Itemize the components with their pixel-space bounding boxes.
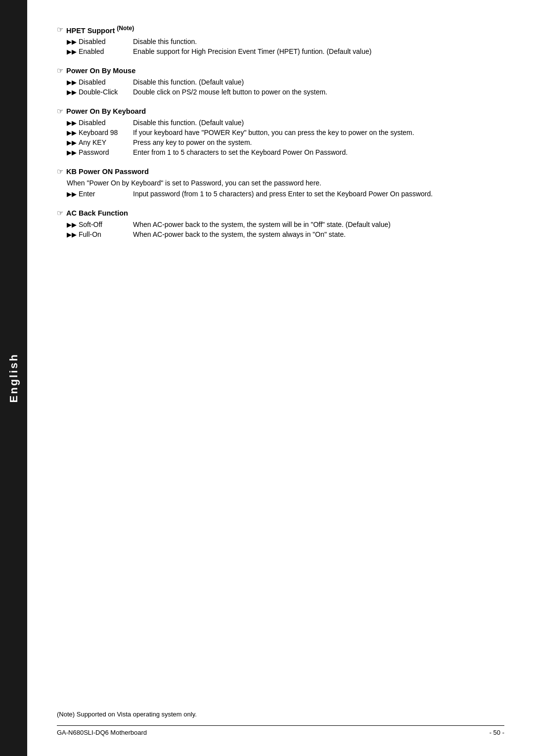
- item-label: Keyboard 98: [79, 129, 133, 136]
- footer-note: (Note) Supported on Vista operating syst…: [57, 711, 504, 718]
- item-desc: Disable this function. (Default value): [133, 119, 504, 127]
- cursor-icon-kb-password: ☞: [57, 167, 63, 176]
- item-desc: If your keyboard have "POWER Key" button…: [133, 129, 414, 136]
- item-label: Any KEY: [79, 138, 133, 146]
- list-item: ▶▶ Disabled Disable this function. (Defa…: [67, 78, 504, 86]
- item-desc-wrap: Input password (from 1 to 5 characters) …: [133, 190, 504, 198]
- footer-line: GA-N680SLI-DQ6 Motherboard - 50 -: [57, 725, 504, 736]
- list-item: ▶▶ Password Enter from 1 to 5 characters…: [67, 148, 504, 156]
- item-desc: Disable this function.: [133, 38, 504, 45]
- item-desc: When AC-power back to the system, the sy…: [133, 221, 391, 228]
- cursor-icon-ac-back: ☞: [57, 209, 63, 218]
- section-power-on-keyboard: ☞ Power On By Keyboard ▶▶ Disabled Disab…: [57, 107, 504, 158]
- item-desc: Enable support for High Precision Event …: [133, 47, 504, 55]
- item-label: Enter: [79, 190, 133, 198]
- footer-model: GA-N680SLI-DQ6 Motherboard: [57, 729, 147, 736]
- section-title-hpet: ☞ HPET Support (Note): [57, 25, 504, 35]
- arrow-icon: ▶▶: [67, 79, 77, 86]
- power-keyboard-title-text: Power On By Keyboard: [66, 107, 146, 115]
- sidebar: English: [0, 0, 27, 756]
- arrow-icon: ▶▶: [67, 129, 77, 136]
- power-keyboard-items-list: ▶▶ Disabled Disable this function. (Defa…: [57, 119, 504, 156]
- list-item: ▶▶ Disabled Disable this function.: [67, 38, 504, 45]
- item-desc: Enter from 1 to 5 characters to set the …: [133, 148, 504, 156]
- arrow-icon: ▶▶: [67, 190, 77, 198]
- section-ac-back-function: ☞ AC Back Function ▶▶ Soft-Off When AC-p…: [57, 209, 504, 240]
- kb-password-title-text: KB Power ON Password: [66, 168, 149, 176]
- list-item: ▶▶ Double-Click Double click on PS/2 mou…: [67, 88, 504, 96]
- item-label: Double-Click: [79, 88, 133, 96]
- arrow-icon: ▶▶: [67, 149, 77, 156]
- item-label: Disabled: [79, 78, 133, 86]
- cursor-icon-keyboard: ☞: [57, 107, 63, 116]
- arrow-icon: ▶▶: [67, 89, 77, 96]
- section-title-power-mouse: ☞ Power On By Mouse: [57, 66, 504, 75]
- ac-back-title-text: AC Back Function: [66, 209, 128, 217]
- item-label: Soft-Off: [79, 221, 133, 228]
- power-mouse-items-list: ▶▶ Disabled Disable this function. (Defa…: [57, 78, 504, 96]
- main-content: ☞ HPET Support (Note) ▶▶ Disabled Disabl…: [27, 0, 534, 756]
- footer-area: (Note) Supported on Vista operating syst…: [57, 701, 504, 736]
- list-item: ▶▶ Enabled Enable support for High Preci…: [67, 47, 504, 55]
- list-item: ▶▶ Enter Input password (from 1 to 5 cha…: [67, 190, 504, 198]
- kb-password-items-list: ▶▶ Enter Input password (from 1 to 5 cha…: [57, 190, 504, 198]
- hpet-superscript: (Note): [117, 25, 134, 32]
- ac-back-items-list: ▶▶ Soft-Off When AC-power back to the sy…: [57, 221, 504, 238]
- section-title-power-keyboard: ☞ Power On By Keyboard: [57, 107, 504, 116]
- hpet-items-list: ▶▶ Disabled Disable this function. ▶▶ En…: [57, 38, 504, 55]
- arrow-icon: ▶▶: [67, 139, 77, 146]
- list-item: ▶▶ Disabled Disable this function. (Defa…: [67, 119, 504, 127]
- section-title-kb-password: ☞ KB Power ON Password: [57, 167, 504, 176]
- arrow-icon: ▶▶: [67, 221, 77, 228]
- item-label: Password: [79, 148, 133, 156]
- item-label: Disabled: [79, 119, 133, 127]
- item-label: Enabled: [79, 47, 133, 55]
- footer-page: - 50 -: [490, 729, 504, 736]
- list-item: ▶▶ Soft-Off When AC-power back to the sy…: [67, 221, 504, 228]
- power-mouse-title-text: Power On By Mouse: [66, 67, 135, 75]
- item-desc-wrap: If your keyboard have "POWER Key" button…: [133, 129, 504, 136]
- arrow-icon: ▶▶: [67, 231, 77, 238]
- section-title-ac-back: ☞ AC Back Function: [57, 209, 504, 218]
- item-desc: Press any key to power on the system.: [133, 138, 504, 146]
- cursor-icon-mouse: ☞: [57, 66, 63, 75]
- section-kb-power-on-password: ☞ KB Power ON Password When "Power On by…: [57, 167, 504, 200]
- list-item: ▶▶ Full-On When AC-power back to the sys…: [67, 230, 504, 238]
- sidebar-label: English: [7, 353, 20, 402]
- item-desc: Double click on PS/2 mouse left button t…: [133, 88, 504, 96]
- hpet-title-text: HPET Support (Note): [66, 25, 134, 35]
- item-desc: When AC-power back to the system, the sy…: [133, 230, 504, 238]
- arrow-icon: ▶▶: [67, 48, 77, 55]
- list-item: ▶▶ Any KEY Press any key to power on the…: [67, 138, 504, 146]
- section-power-on-mouse: ☞ Power On By Mouse ▶▶ Disabled Disable …: [57, 66, 504, 98]
- kb-password-note: When "Power On by Keyboard" is set to Pa…: [57, 179, 504, 187]
- item-desc-wrap: When AC-power back to the system, the sy…: [133, 221, 504, 228]
- item-desc: Input password (from 1 to 5 characters) …: [133, 190, 433, 198]
- cursor-icon-hpet: ☞: [57, 25, 63, 34]
- item-label: Disabled: [79, 38, 133, 45]
- section-hpet-support: ☞ HPET Support (Note) ▶▶ Disabled Disabl…: [57, 25, 504, 57]
- item-label: Full-On: [79, 230, 133, 238]
- arrow-icon: ▶▶: [67, 119, 77, 127]
- item-desc: Disable this function. (Default value): [133, 78, 504, 86]
- list-item: ▶▶ Keyboard 98 If your keyboard have "PO…: [67, 129, 504, 136]
- arrow-icon: ▶▶: [67, 38, 77, 45]
